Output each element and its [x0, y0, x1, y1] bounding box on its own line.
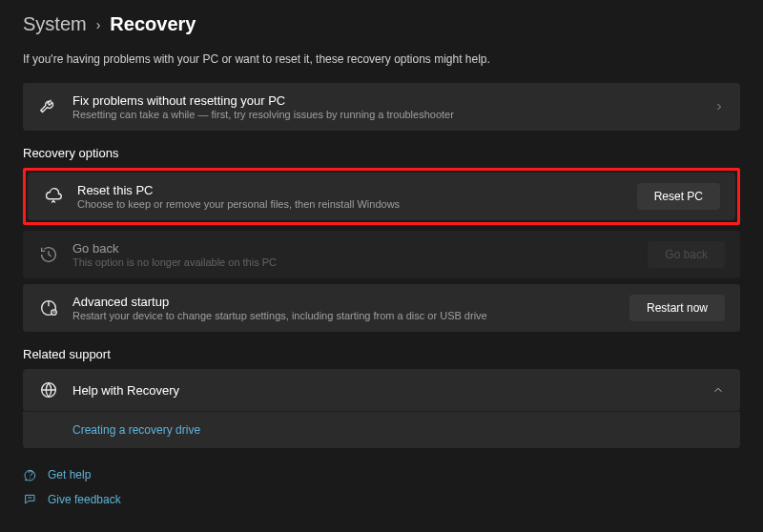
globe-icon [38, 379, 59, 400]
get-help-label: Get help [48, 468, 91, 481]
reset-pc-button[interactable]: Reset PC [637, 183, 720, 210]
chevron-right-icon [713, 101, 725, 113]
svg-point-3 [30, 478, 31, 479]
get-help-link[interactable]: Get help [23, 467, 740, 482]
fix-problems-title: Fix problems without resetting your PC [72, 93, 713, 108]
fix-problems-sub: Resetting can take a while — first, try … [72, 109, 713, 120]
power-settings-icon [38, 297, 59, 318]
chevron-right-icon: › [96, 17, 101, 32]
fix-problems-card[interactable]: Fix problems without resetting your PC R… [23, 83, 740, 131]
advanced-startup-card: Advanced startup Restart your device to … [23, 284, 740, 332]
highlight-annotation: Reset this PC Choose to keep or remove y… [23, 168, 740, 225]
go-back-button: Go back [648, 241, 725, 268]
restart-now-button[interactable]: Restart now [629, 295, 725, 321]
wrench-icon [38, 96, 59, 117]
page-title: Recovery [110, 13, 196, 35]
advanced-startup-title: Advanced startup [72, 295, 629, 309]
recovery-options-heading: Recovery options [23, 146, 740, 160]
go-back-sub: This option is no longer available on th… [72, 256, 648, 268]
history-icon [38, 244, 59, 265]
go-back-card: Go back This option is no longer availab… [23, 231, 740, 278]
breadcrumb-parent[interactable]: System [23, 13, 87, 35]
go-back-title: Go back [72, 241, 648, 256]
creating-recovery-drive-link[interactable]: Creating a recovery drive [72, 423, 200, 437]
related-support-heading: Related support [23, 347, 740, 361]
help-recovery-expanded: Creating a recovery drive [23, 411, 740, 448]
help-icon [23, 467, 38, 482]
cloud-reset-icon [43, 186, 64, 207]
advanced-startup-sub: Restart your device to change startup se… [72, 310, 629, 321]
intro-text: If you're having problems with your PC o… [23, 52, 740, 66]
help-with-recovery-card[interactable]: Help with Recovery [23, 369, 740, 411]
reset-pc-card: Reset this PC Choose to keep or remove y… [28, 173, 735, 220]
breadcrumb: System › Recovery [23, 13, 740, 35]
give-feedback-link[interactable]: Give feedback [23, 492, 740, 507]
reset-pc-title: Reset this PC [77, 183, 637, 197]
give-feedback-label: Give feedback [48, 493, 121, 506]
reset-pc-sub: Choose to keep or remove your personal f… [77, 198, 637, 210]
feedback-icon [23, 492, 38, 507]
chevron-up-icon [711, 383, 725, 397]
help-with-recovery-title: Help with Recovery [72, 383, 711, 398]
